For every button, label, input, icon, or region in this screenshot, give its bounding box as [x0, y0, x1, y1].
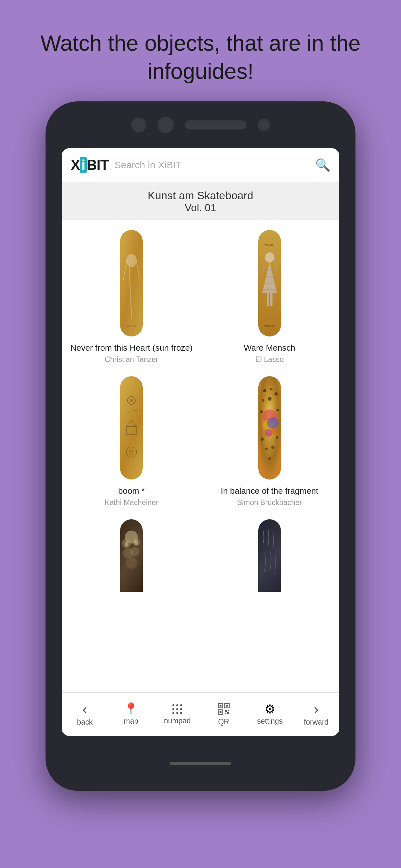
svg-point-57	[173, 708, 174, 710]
svg-point-52	[134, 540, 138, 546]
svg-point-29	[274, 392, 278, 396]
svg-point-24	[129, 451, 131, 452]
svg-rect-64	[220, 705, 221, 707]
camera-bar	[45, 101, 356, 148]
phone-bottom-area	[45, 736, 356, 791]
item-artist: Kathi Macheiner	[104, 498, 158, 507]
nav-forward-label: forward	[304, 718, 329, 726]
app-logo: X i BIT	[71, 157, 109, 173]
item-artist: Simon Bruckbacher	[237, 498, 302, 507]
svg-point-37	[260, 410, 263, 413]
skateboard-image-3	[117, 375, 146, 481]
svg-point-30	[262, 399, 265, 402]
skateboard-image-1: sun froze	[117, 228, 146, 338]
svg-point-31	[268, 397, 272, 401]
search-icon[interactable]: 🔍	[315, 158, 330, 172]
svg-point-51	[125, 541, 128, 547]
svg-point-7	[265, 252, 274, 262]
svg-rect-70	[227, 710, 229, 711]
svg-rect-66	[226, 705, 228, 707]
svg-point-43	[268, 457, 271, 460]
item-name: boom *	[118, 486, 145, 497]
nav-item-numpad[interactable]: numpad	[163, 703, 192, 725]
search-placeholder: Search in XiBIT	[114, 159, 181, 170]
app-screen: X i BIT Search in XiBIT 🔍 Kunst am Skate…	[62, 148, 339, 736]
collection-header: Kunst am Skateboard Vol. 01	[62, 182, 339, 220]
svg-point-28	[270, 388, 273, 391]
skateboard-image-2: WARE	[255, 228, 284, 338]
svg-rect-72	[227, 712, 229, 714]
svg-point-58	[176, 708, 178, 710]
svg-point-38	[276, 409, 279, 411]
svg-point-36	[271, 428, 277, 434]
svg-text:MENSCH: MENSCH	[264, 324, 275, 328]
qr-icon	[218, 703, 230, 716]
svg-point-54	[173, 704, 174, 706]
svg-rect-18	[120, 376, 143, 479]
list-item[interactable]: boom * Kathi Macheiner	[63, 371, 200, 513]
list-item[interactable]	[63, 515, 200, 593]
nav-item-qr[interactable]: QR	[209, 703, 238, 726]
skateboard-image-4	[255, 375, 284, 481]
items-grid: sun froze Never from this Heart (sun fro…	[62, 220, 339, 692]
nav-item-settings[interactable]: ⚙ settings	[255, 703, 284, 725]
nav-item-back[interactable]: ‹ back	[70, 702, 99, 726]
list-item[interactable]	[202, 515, 338, 593]
item-name: In balance of the fragment	[221, 486, 318, 497]
list-item[interactable]: sun froze Never from this Heart (sun fro…	[63, 225, 200, 370]
map-icon: 📍	[123, 703, 138, 715]
svg-point-56	[180, 704, 182, 706]
svg-rect-53	[258, 519, 281, 592]
svg-rect-69	[225, 710, 227, 712]
svg-point-60	[173, 712, 174, 714]
svg-point-20	[130, 399, 133, 402]
list-item[interactable]: WARE	[202, 225, 338, 370]
nav-numpad-label: numpad	[164, 717, 191, 725]
page-title: Watch the objects, that are in the infog…	[26, 29, 375, 85]
svg-point-50	[126, 557, 137, 569]
svg-rect-71	[225, 713, 226, 714]
numpad-icon	[172, 703, 183, 715]
nav-back-label: back	[77, 718, 93, 726]
svg-point-59	[180, 708, 182, 710]
nav-map-label: map	[124, 717, 138, 725]
nav-item-map[interactable]: 📍 map	[117, 703, 146, 725]
search-bar[interactable]: Search in XiBIT 🔍	[114, 158, 330, 172]
collection-title: Kunst am Skateboard	[62, 189, 339, 202]
item-artist: Christian Tanzer	[104, 355, 158, 364]
nav-item-forward[interactable]: › forward	[302, 702, 331, 726]
svg-text:WARE: WARE	[265, 244, 274, 247]
svg-rect-68	[220, 711, 221, 713]
nav-qr-label: QR	[218, 717, 229, 726]
forward-icon: ›	[314, 702, 319, 716]
page-header: Watch the objects, that are in the infog…	[0, 0, 401, 101]
svg-rect-0	[120, 230, 143, 337]
app-header: X i BIT Search in XiBIT 🔍	[62, 148, 339, 182]
skateboard-image-6	[255, 518, 284, 592]
item-artist: El Lasso	[255, 355, 284, 364]
collection-subtitle: Vol. 01	[62, 202, 339, 214]
svg-rect-15	[267, 293, 269, 306]
svg-text:sun froze: sun froze	[127, 325, 136, 327]
back-icon: ‹	[82, 702, 87, 716]
item-name: Ware Mensch	[244, 343, 295, 353]
list-item[interactable]: In balance of the fragment Simon Bruckba…	[202, 371, 338, 513]
nav-settings-label: settings	[257, 717, 282, 725]
svg-rect-16	[270, 293, 273, 306]
skateboard-image-5	[117, 518, 146, 592]
svg-point-25	[132, 451, 133, 452]
camera-dot-center	[158, 117, 174, 133]
svg-point-42	[271, 445, 274, 449]
camera-dot-left	[131, 118, 146, 132]
home-indicator	[170, 762, 231, 765]
svg-point-39	[260, 438, 264, 441]
svg-point-1	[126, 254, 136, 267]
svg-point-40	[276, 436, 278, 439]
svg-point-41	[265, 447, 268, 450]
svg-point-62	[180, 712, 182, 714]
svg-point-61	[176, 712, 178, 714]
svg-point-34	[267, 417, 279, 429]
item-name: Never from this Heart (sun froze)	[70, 343, 193, 353]
camera-dot-right	[258, 119, 270, 131]
svg-point-27	[263, 389, 266, 392]
